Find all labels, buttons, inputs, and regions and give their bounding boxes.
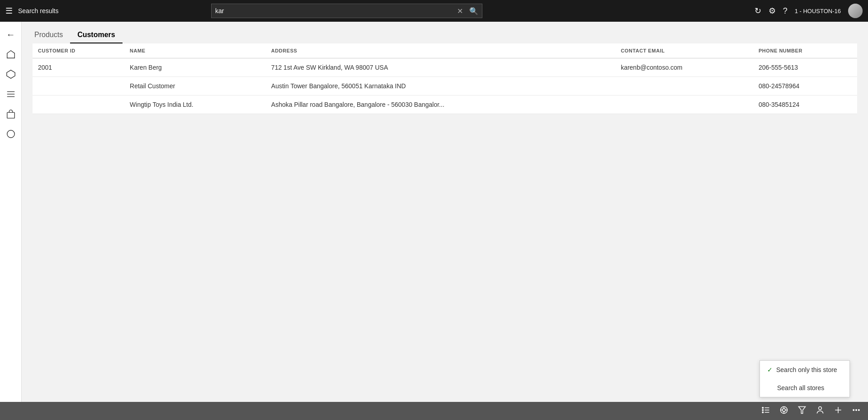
svg-point-5 [7, 130, 14, 138]
svg-point-11 [762, 411, 764, 413]
tab-bar: Products Customers [22, 22, 868, 43]
cell-email: karenb@contoso.com [615, 58, 753, 77]
person-icon[interactable] [816, 406, 825, 417]
cell-customer-id [33, 77, 124, 95]
sidebar-item-circle[interactable] [2, 125, 20, 143]
svg-rect-4 [7, 112, 14, 118]
tab-products[interactable]: Products [33, 27, 70, 43]
table-container: CUSTOMER ID NAME ADDRESS CONTACT EMAIL P… [22, 43, 868, 114]
avatar[interactable] [848, 4, 863, 18]
cell-name: Retail Customer [124, 77, 266, 95]
search-all-stores-label: Search all stores [777, 384, 824, 391]
search-scope-menu: ✓ Search only this store Search all stor… [760, 360, 850, 397]
svg-point-24 [859, 409, 860, 410]
search-only-this-store-option[interactable]: ✓ Search only this store [760, 361, 849, 379]
cell-customer-id [33, 95, 124, 114]
col-header-phone: PHONE NUMBER [753, 43, 857, 58]
search-only-this-store-label: Search only this store [776, 366, 837, 373]
search-all-stores-option[interactable]: Search all stores [760, 379, 849, 397]
col-header-email: CONTACT EMAIL [615, 43, 753, 58]
cell-name: Wingtip Toys India Ltd. [124, 95, 266, 114]
sidebar-item-bag[interactable] [2, 105, 20, 123]
svg-point-19 [819, 406, 822, 410]
cell-phone: 206-555-5613 [753, 58, 857, 77]
cell-email [615, 77, 753, 95]
svg-point-13 [783, 408, 786, 411]
hamburger-icon[interactable]: ☰ [5, 6, 13, 16]
search-bar: ✕ 🔍 [211, 4, 482, 18]
more-icon[interactable] [852, 406, 861, 417]
sidebar-item-menu[interactable] [2, 85, 20, 103]
cell-address: Ashoka Pillar road Bangalore, Bangalore … [266, 95, 615, 114]
cell-email [615, 95, 753, 114]
sidebar-item-home[interactable] [2, 45, 20, 63]
col-header-name: NAME [124, 43, 266, 58]
target-icon[interactable] [779, 406, 788, 417]
search-input[interactable] [212, 4, 454, 18]
main-content: Products Customers CUSTOMER ID NAME ADDR… [22, 22, 868, 402]
customers-table: CUSTOMER ID NAME ADDRESS CONTACT EMAIL P… [33, 43, 857, 114]
table-row[interactable]: 2001 Karen Berg 712 1st Ave SW Kirkland,… [33, 58, 857, 77]
col-header-address: ADDRESS [266, 43, 615, 58]
table-row[interactable]: Wingtip Toys India Ltd. Ashoka Pillar ro… [33, 95, 857, 114]
svg-marker-18 [799, 406, 806, 413]
search-icon[interactable]: 🔍 [466, 7, 482, 15]
cell-customer-id: 2001 [33, 58, 124, 77]
bottom-bar [0, 402, 868, 420]
help-icon[interactable]: ? [783, 6, 788, 16]
check-icon: ✓ [767, 366, 773, 373]
top-bar-right: ↻ ⚙ ? 1 - HOUSTON-16 [755, 4, 863, 18]
settings-icon[interactable]: ⚙ [769, 6, 776, 16]
svg-point-22 [853, 409, 854, 410]
cell-phone: 080-35485124 [753, 95, 857, 114]
cell-phone: 080-24578964 [753, 77, 857, 95]
top-bar: ☰ Search results ✕ 🔍 ↻ ⚙ ? 1 - HOUSTON-1… [0, 0, 868, 22]
col-header-customer-id: CUSTOMER ID [33, 43, 124, 58]
sidebar: ← [0, 22, 22, 402]
add-icon[interactable] [834, 406, 843, 417]
filter-icon[interactable] [797, 406, 807, 417]
tab-customers[interactable]: Customers [70, 27, 123, 43]
svg-marker-0 [6, 70, 14, 78]
svg-point-23 [856, 409, 857, 410]
store-label: 1 - HOUSTON-16 [795, 8, 841, 14]
refresh-icon[interactable]: ↻ [755, 6, 761, 16]
sidebar-item-products[interactable] [2, 65, 20, 83]
table-row[interactable]: Retail Customer Austin Tower Bangalore, … [33, 77, 857, 95]
page-title: Search results [18, 7, 72, 14]
svg-point-9 [762, 407, 764, 408]
list-icon[interactable] [761, 406, 770, 417]
clear-search-icon[interactable]: ✕ [454, 7, 466, 15]
svg-point-10 [762, 409, 764, 410]
cell-address: 712 1st Ave SW Kirkland, WA 98007 USA [266, 58, 615, 77]
cell-name: Karen Berg [124, 58, 266, 77]
cell-address: Austin Tower Bangalore, 560051 Karnataka… [266, 77, 615, 95]
sidebar-item-back[interactable]: ← [2, 25, 20, 43]
